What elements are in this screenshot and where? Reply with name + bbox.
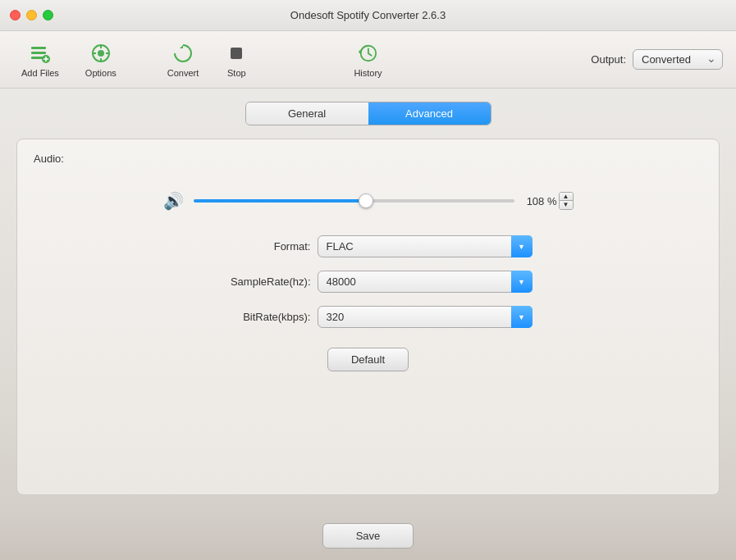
- volume-value: 108 %: [524, 195, 557, 207]
- svg-rect-1: [31, 52, 46, 54]
- main-content: General Advanced Audio: 🔊 108 % ▲ ▼ Form…: [0, 89, 736, 512]
- sample-rate-select-wrapper: 8000 11025 22050 44100 48000 96000: [318, 271, 533, 293]
- volume-row: 🔊 108 % ▲ ▼: [163, 191, 574, 211]
- maximize-button[interactable]: [43, 10, 53, 20]
- toolbar-left-group: Add Files Options: [8, 37, 130, 83]
- options-label: Options: [85, 68, 117, 78]
- add-files-button[interactable]: Add Files: [8, 37, 72, 83]
- output-area: Output: Converted: [591, 49, 723, 70]
- history-button[interactable]: History: [354, 42, 382, 78]
- window-title: Ondesoft Spotify Converter 2.6.3: [290, 9, 446, 21]
- add-files-label: Add Files: [21, 68, 59, 78]
- volume-icon: 🔊: [163, 191, 184, 211]
- bit-rate-select[interactable]: 128 192 256 320: [318, 306, 533, 328]
- output-label: Output:: [591, 53, 626, 66]
- convert-icon: [171, 42, 194, 65]
- audio-section-label: Audio:: [34, 153, 702, 165]
- settings-panel: Audio: 🔊 108 % ▲ ▼ Format: MP3 FL: [16, 139, 720, 495]
- save-button[interactable]: Save: [322, 523, 414, 549]
- sample-rate-row: SampleRate(hz): 8000 11025 22050 44100 4…: [204, 271, 533, 293]
- format-label: Format:: [204, 240, 311, 253]
- bit-rate-select-wrapper: 128 192 256 320: [318, 306, 533, 328]
- volume-value-wrapper: 108 % ▲ ▼: [524, 192, 574, 210]
- format-select[interactable]: MP3 FLAC WAV AAC OGG OPUS: [318, 235, 533, 257]
- tabs: General Advanced: [245, 102, 491, 125]
- volume-stepper[interactable]: ▲ ▼: [559, 192, 574, 210]
- convert-label: Convert: [167, 68, 199, 78]
- toolbar: Add Files Options: [0, 31, 736, 89]
- volume-stepper-down[interactable]: ▼: [560, 201, 573, 209]
- stop-label: Stop: [227, 68, 246, 78]
- svg-rect-12: [231, 48, 242, 59]
- svg-point-7: [98, 50, 104, 57]
- history-icon: [356, 42, 379, 65]
- stop-group: Stop: [212, 37, 261, 83]
- output-select-wrapper: Converted: [633, 49, 723, 70]
- tab-advanced[interactable]: Advanced: [368, 102, 491, 125]
- bit-rate-label: BitRate(kbps):: [204, 311, 311, 323]
- bit-rate-row: BitRate(kbps): 128 192 256 320: [204, 306, 533, 328]
- sample-rate-label: SampleRate(hz):: [204, 275, 311, 288]
- convert-stop-group: Convert: [154, 37, 213, 83]
- options-button[interactable]: Options: [72, 37, 130, 83]
- volume-slider[interactable]: [194, 199, 514, 203]
- format-row: Format: MP3 FLAC WAV AAC OGG OPUS: [204, 235, 533, 257]
- tab-general[interactable]: General: [246, 102, 368, 125]
- traffic-lights: [10, 10, 53, 20]
- convert-button[interactable]: Convert: [154, 37, 213, 83]
- svg-rect-0: [31, 47, 46, 49]
- title-bar: Ondesoft Spotify Converter 2.6.3: [0, 0, 736, 31]
- add-files-icon: [29, 42, 52, 65]
- options-icon: [89, 42, 112, 65]
- form-rows: Format: MP3 FLAC WAV AAC OGG OPUS Sample…: [204, 235, 533, 328]
- bottom-bar: Save: [0, 512, 736, 560]
- stop-button[interactable]: Stop: [212, 37, 261, 83]
- history-label: History: [354, 68, 382, 78]
- sample-rate-select[interactable]: 8000 11025 22050 44100 48000 96000: [318, 271, 533, 293]
- default-button[interactable]: Default: [327, 348, 409, 371]
- output-select[interactable]: Converted: [633, 49, 723, 70]
- default-btn-row: Default: [34, 348, 702, 371]
- volume-stepper-up[interactable]: ▲: [560, 193, 573, 201]
- close-button[interactable]: [10, 10, 21, 20]
- format-select-wrapper: MP3 FLAC WAV AAC OGG OPUS: [318, 235, 533, 257]
- stop-icon: [225, 42, 248, 65]
- minimize-button[interactable]: [26, 10, 37, 20]
